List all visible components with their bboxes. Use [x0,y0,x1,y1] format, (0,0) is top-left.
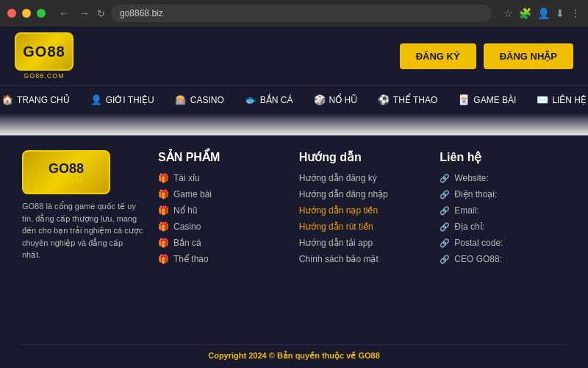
nav-home-label: TRANG CHỦ [17,95,70,105]
footer-link-taixiu-label: Tài xỉu [173,173,200,183]
footer-guide-col: Hướng dẫn Hướng dẫn đăng ký Hướng dẫn đă… [299,150,426,339]
contact-email: 🔗 Email: [440,205,566,216]
login-button[interactable]: ĐĂNG NHẬP [484,43,573,69]
gift-icon-3: 🎁 [158,205,169,216]
refresh-icon[interactable]: ↻ [97,8,105,19]
url-text: go8868.biz [120,8,163,18]
about-icon: 👤 [90,94,102,105]
download-icon[interactable]: ⬇ [556,7,564,19]
nav-slots[interactable]: 🎲 NỔ HŨ [304,86,368,114]
footer-link-thethao-label: Thể thao [173,254,209,264]
footer-link-nohu-label: Nổ hũ [173,205,197,216]
logo[interactable]: GO88 [15,32,74,71]
guide-deposit-label: Hướng dẫn nạp tiền [299,205,378,216]
guide-register-label: Hướng dẫn đăng ký [299,173,377,183]
footer-link-guide-register[interactable]: Hướng dẫn đăng ký [299,173,426,183]
contact-address-label: Địa chỉ: [454,222,484,232]
email-icon: 🔗 [440,206,450,216]
close-button[interactable] [7,9,16,18]
nav-about-label: GIỚI THIỆU [106,95,154,105]
logo-text: GO88 [23,43,65,60]
footer-description: GO88 là cổng game quốc tế uy tín, đẳng c… [22,200,143,261]
footer-link-casino[interactable]: 🎁 Casino [158,222,284,232]
footer-guide-title: Hướng dẫn [299,150,426,164]
forward-arrow[interactable]: → [76,6,93,21]
copyright-brand: Bản quyền thuộc về GO88 [277,351,380,360]
footer-link-gamebai[interactable]: 🎁 Game bài [158,189,284,199]
guide-withdraw-label: Hướng dẫn rút tiền [299,222,373,232]
footer-link-guide-app[interactable]: Hướng dẫn tải app [299,238,426,248]
nav-casino[interactable]: 🎰 CASINO [165,86,234,114]
footer-link-privacy[interactable]: Chính sách bảo mật [299,254,426,264]
contact-website: 🔗 Website: [440,173,566,183]
minimize-button[interactable] [22,9,31,18]
gift-icon-6: 🎁 [158,254,169,264]
guide-app-label: Hướng dẫn tải app [299,238,373,248]
fishing-icon: 🐟 [245,94,257,105]
logo-area: GO88 GO88.COM [15,32,74,79]
site-nav: 🏠 TRANG CHỦ 👤 GIỚI THIỆU 🎰 CASINO 🐟 BẮN … [0,85,588,113]
privacy-label: Chính sách bảo mật [299,254,379,264]
menu-icon[interactable]: ⋮ [570,7,581,19]
footer-bottom: Copyright 2024 © Bản quyền thuộc về GO88 [22,344,566,361]
footer-contact-title: Liên hệ [440,150,566,164]
nav-contact[interactable]: ✉️ LIÊN HỆ [526,86,588,114]
postal-icon: 🔗 [440,238,450,248]
site-header: GO88 GO88.COM ĐĂNG KÝ ĐĂNG NHẬP [0,26,588,85]
profile-icon[interactable]: 👤 [537,7,550,19]
maximize-button[interactable] [37,9,46,18]
footer-link-taixiu[interactable]: 🎁 Tài xỉu [158,173,284,183]
guide-login-label: Hướng dẫn đăng nhập [299,189,388,199]
back-arrow[interactable]: ← [56,6,72,21]
ceo-icon: 🔗 [440,255,450,264]
browser-chrome: ← → ↻ go8868.biz ☆ 🧩 👤 ⬇ ⋮ [0,0,588,26]
nav-about[interactable]: 👤 GIỚI THIỆU [80,86,165,114]
footer-contact-col: Liên hệ 🔗 Website: 🔗 Điện thoại: 🔗 Email… [440,150,566,339]
nav-fishing[interactable]: 🐟 BẮN CÁ [234,86,304,114]
footer-logo: GO88 GO88.COM [22,150,110,194]
home-icon: 🏠 [1,94,13,105]
footer-link-nohu[interactable]: 🎁 Nổ hũ [158,205,284,216]
footer-brand: GO88 GO88.COM GO88 là cổng game quốc tế … [22,150,143,339]
contact-phone: 🔗 Điện thoại: [440,189,566,199]
footer-link-gamebai-label: Game bài [173,189,212,199]
footer-logo-sub: GO88.COM [49,177,84,184]
footer-link-guide-withdraw[interactable]: Hướng dẫn rút tiền [299,222,426,232]
contact-postal: 🔗 Postal code: [440,238,566,248]
hero-area [0,113,588,135]
star-icon[interactable]: ☆ [503,7,513,19]
footer-link-banca-label: Bắn cá [173,238,201,248]
footer-link-guide-deposit[interactable]: Hướng dẫn nạp tiền [299,205,426,216]
nav-sports-label: THỂ THAO [393,95,437,105]
footer-link-thethao[interactable]: 🎁 Thể thao [158,254,284,264]
nav-cards-label: GAME BÀI [473,95,516,105]
website-icon: 🔗 [440,174,450,183]
nav-fishing-label: BẮN CÁ [260,95,293,105]
nav-home[interactable]: 🏠 TRANG CHỦ [0,86,80,114]
logo-sub: GO88.COM [24,72,65,79]
footer-products-title: SẢN PHẨM [158,150,284,164]
extension-icon[interactable]: 🧩 [519,7,531,19]
footer-main: GO88 GO88.COM GO88 là cổng game quốc tế … [22,150,566,339]
nav-cards[interactable]: 🃏 GAME BÀI [448,86,526,114]
nav-contact-label: LIÊN HỆ [552,95,587,105]
contact-icon: ✉️ [537,94,548,105]
contact-ceo-label: CEO GO88: [454,254,502,264]
website: GO88 GO88.COM ĐĂNG KÝ ĐĂNG NHẬP 🏠 TRANG … [0,26,588,368]
contact-postal-label: Postal code: [454,238,503,248]
gift-icon-2: 🎁 [158,189,169,199]
nav-sports[interactable]: ⚽ THỂ THAO [368,86,448,114]
nav-casino-label: CASINO [190,95,224,105]
cards-icon: 🃏 [458,94,470,105]
phone-icon: 🔗 [440,190,450,199]
header-buttons: ĐĂNG KÝ ĐĂNG NHẬP [400,43,573,69]
gift-icon-1: 🎁 [158,173,169,183]
contact-website-label: Website: [454,173,488,183]
footer-link-guide-login[interactable]: Hướng dẫn đăng nhập [299,189,426,199]
address-bar[interactable]: go8868.biz [111,4,492,22]
register-button[interactable]: ĐĂNG KÝ [400,43,476,69]
footer-link-banca[interactable]: 🎁 Bắn cá [158,238,284,248]
gift-icon-5: 🎁 [158,238,169,248]
site-footer: GO88 GO88.COM GO88 là cổng game quốc tế … [0,135,588,368]
contact-email-label: Email: [454,205,478,216]
